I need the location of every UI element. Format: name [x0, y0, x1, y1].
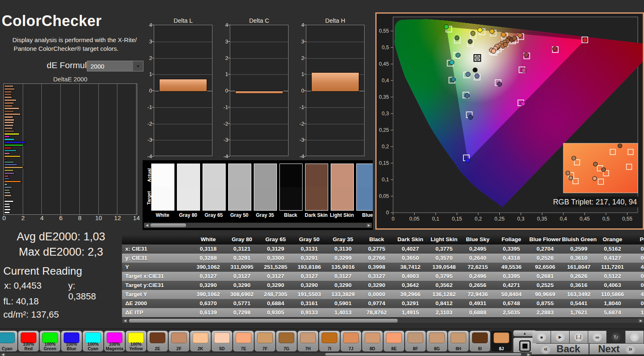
patch-tile-100-blue[interactable]: 100% Blue — [61, 331, 82, 351]
stop-button[interactable]: ■ — [532, 331, 551, 343]
swatch-scrollbar[interactable]: ◀▶ — [144, 223, 372, 228]
axis-tick-label: 1 — [294, 71, 304, 77]
patch-tile-2e[interactable]: 2E — [147, 331, 168, 351]
cie-1976-diagram: CIE 1976 u'v' 00,050,10,150,20,250,30,35… — [377, 14, 643, 226]
patch-tile-100-cyan[interactable]: 100% Cyan — [83, 331, 103, 351]
scroll-left-icon[interactable]: ◀ — [0, 353, 5, 356]
target-row-label: Target — [146, 191, 151, 205]
patch-tile-7j[interactable]: 7J — [341, 331, 361, 351]
target-swatch-half — [177, 187, 200, 210]
row-label: x: CIE31 — [122, 244, 191, 254]
table-cell: 39,2966 — [394, 290, 427, 299]
scroll-left-icon[interactable]: ◀ — [144, 223, 150, 228]
patch-tile-7e[interactable]: 7E — [233, 331, 254, 351]
table-cell: 0,3291 — [225, 254, 259, 263]
table-cell: 1,7621 — [562, 308, 596, 317]
swatch-label: Gray 80 — [174, 212, 202, 218]
actual-swatch-half — [229, 164, 251, 187]
record-button[interactable] — [625, 331, 644, 343]
table-row: Target y:CIE310,32900,32900,32900,32900,… — [122, 281, 644, 290]
toolbar-scrollbar[interactable]: ◀ ▶ — [0, 352, 532, 356]
svg-text:0: 0 — [386, 210, 389, 216]
gridline — [230, 140, 288, 140]
chevron-down-icon[interactable]: ▼ — [133, 61, 143, 71]
table-cell: 0,3121 — [225, 244, 259, 254]
patch-comparison-strip: ActualTargetWhiteGray 80Gray 65Gray 50Gr… — [143, 160, 373, 230]
table-cell: 0,21 — [630, 244, 644, 254]
patch-tile-8e[interactable]: 8E — [384, 331, 404, 351]
patch-tile-cyan[interactable]: Cyan — [0, 331, 17, 351]
patch-tile-100-magenta[interactable]: 100% Magenta — [104, 331, 125, 351]
patch-tile-8h[interactable]: 8H — [448, 331, 469, 351]
scroll-left-icon[interactable]: ◀ — [122, 318, 128, 323]
next-button[interactable]: Next » — [589, 344, 644, 354]
toolbar-scrollbar-thumb[interactable] — [325, 353, 521, 356]
svg-text:0,45: 0,45 — [379, 61, 389, 67]
axis-tick-label: 12 — [114, 214, 121, 221]
target-swatch-half — [305, 187, 328, 210]
patch-tile-7f[interactable]: 7F — [255, 331, 275, 351]
patch-tile-label: 100% Cyan — [83, 342, 103, 351]
de-formula-select[interactable]: 2000 ▼ — [87, 61, 143, 71]
patch-tile-8f[interactable]: 8F — [405, 331, 426, 351]
patch-tile-8g[interactable]: 8G — [427, 331, 447, 351]
table-cell: 0,9133 — [293, 308, 327, 317]
axis-tick-label: -2 — [142, 121, 152, 127]
patch-tile-8i[interactable]: 8I — [470, 331, 490, 351]
refresh-button[interactable]: ↻ — [607, 331, 625, 343]
deltae-bar — [4, 107, 19, 109]
tick-mark — [304, 74, 306, 74]
svg-text:0: 0 — [392, 216, 395, 222]
scroll-right-icon[interactable]: ▶ — [366, 223, 372, 228]
patch-tile-8j[interactable]: 8J — [491, 331, 512, 351]
table-header-row: WhiteGray 80Gray 65Gray 50Gray 35BlackDa… — [122, 235, 644, 244]
deltae2000-chart-title: DeltaE 2000 — [0, 76, 141, 83]
table-cell: 0,8412 — [427, 299, 461, 308]
patch-color-chip — [494, 332, 509, 343]
gridline — [23, 84, 23, 214]
patch-tile-label: 100% Magenta — [105, 342, 124, 351]
table-cell: 0,19 — [630, 254, 644, 263]
patch-tile-7i[interactable]: 7I — [319, 331, 340, 351]
continuous-measure-button[interactable]: ∞ — [588, 331, 606, 343]
table-cell: 0,3118 — [191, 244, 225, 254]
swatch-scrollbar-thumb[interactable] — [150, 223, 186, 227]
table-scrollbar-thumb[interactable] — [129, 319, 398, 323]
patch-tile-100-red[interactable]: 100% Red — [18, 331, 39, 351]
back-button[interactable]: « Back — [532, 344, 589, 354]
patch-tile-2k[interactable]: 2K — [190, 331, 211, 351]
refresh-button-icon: ↻ — [611, 332, 620, 342]
current-reading-label: Current Reading — [3, 265, 82, 278]
table-cell: 0,3395 — [495, 272, 529, 281]
table-cell: 251,5285 — [259, 263, 293, 272]
table-scrollbar[interactable]: ◀ ▶ — [122, 318, 644, 323]
table-cell: 0,3127 — [259, 272, 293, 281]
table-cell: 0,2626 — [562, 272, 596, 281]
next-button-label: Next — [598, 343, 620, 355]
target-swatch-half — [357, 187, 373, 210]
patch-tile-8d[interactable]: 8D — [362, 331, 383, 351]
patch-tile-2f[interactable]: 2F — [169, 331, 189, 351]
patch-tile-label: 100% Yellow — [126, 342, 146, 351]
patch-tile-100-green[interactable]: 100% Green — [40, 331, 60, 351]
patch-tile-100-yellow[interactable]: 100% Yellow — [126, 331, 146, 351]
scroll-right-icon[interactable]: ▶ — [638, 318, 644, 323]
patch-toolbar: Cyan100% Red100% Green100% Blue100% Cyan… — [0, 328, 644, 356]
table-cell: 72,6215 — [461, 263, 495, 272]
table-cell: 0,3127 — [191, 272, 225, 281]
delta-chart-plot — [154, 25, 212, 156]
scroll-right-icon[interactable]: ▶ — [526, 353, 531, 356]
table-cell: 0,3998 — [360, 263, 394, 272]
patch-tile-7g[interactable]: 7G — [276, 331, 297, 351]
single-measure-button[interactable]: [‥] — [570, 331, 588, 343]
table-cell: 78,8762 — [360, 308, 394, 317]
play-button[interactable]: ▶ — [551, 331, 569, 343]
deltae-bar — [4, 88, 15, 90]
tick-mark — [304, 25, 306, 25]
patch-tile-label: Cyan — [0, 347, 17, 351]
table-cell: 0,6888 — [461, 308, 495, 317]
patch-tile-7h[interactable]: 7H — [298, 331, 318, 351]
table-cell: 0,3290 — [225, 281, 259, 290]
patch-tile-5d[interactable]: 5D — [212, 331, 232, 351]
patch-color-chip — [408, 332, 423, 343]
